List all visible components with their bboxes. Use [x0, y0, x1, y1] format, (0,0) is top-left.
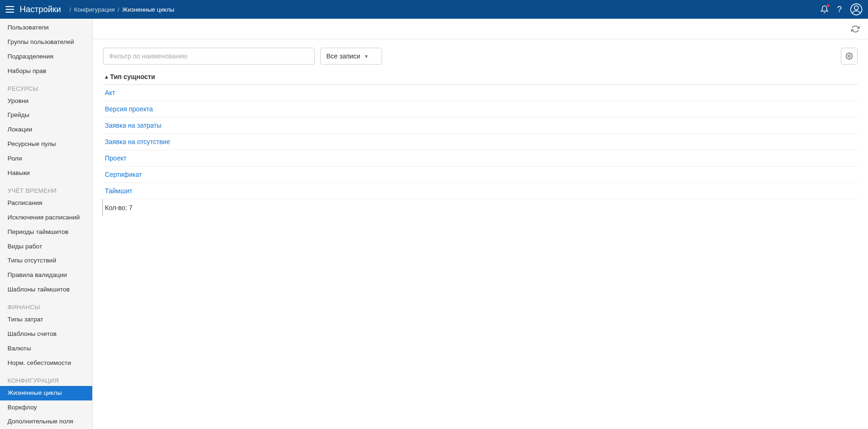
sidebar-item[interactable]: Наборы прав	[0, 64, 92, 79]
filter-input[interactable]	[103, 48, 315, 65]
app-header: Настройки / Конфигурация / Жизненные цик…	[0, 0, 868, 19]
svg-point-2	[848, 55, 850, 57]
chevron-down-icon: ▼	[364, 54, 368, 59]
table-row: Таймшит	[103, 183, 858, 199]
sidebar-item[interactable]: Периоды таймшитов	[0, 225, 92, 240]
column-header-label: Тип сущности	[110, 73, 155, 80]
sidebar-item[interactable]: Исключения расписаний	[0, 211, 92, 225]
notifications-icon[interactable]	[820, 5, 829, 14]
table-row: Заявка на затраты	[103, 117, 858, 134]
sidebar-item[interactable]: Пользователи	[0, 21, 92, 35]
table-footer: Кол-во: 7	[102, 199, 858, 216]
notification-dot	[827, 4, 830, 7]
sidebar-item[interactable]: Воркфлоу	[0, 400, 92, 415]
sidebar-group-title: ФИНАНСЫ	[0, 297, 92, 313]
sidebar-item[interactable]: Правила валидации	[0, 268, 92, 283]
table-settings-button[interactable]	[841, 48, 858, 65]
sidebar-item[interactable]: Ресурсные пулы	[0, 137, 92, 152]
entity-link[interactable]: Заявка на затраты	[105, 122, 162, 129]
sync-icon[interactable]	[851, 25, 860, 33]
sidebar-item[interactable]: Жизненные циклы	[0, 386, 92, 400]
records-filter-label: Все записи	[326, 52, 360, 60]
count-value: 7	[129, 204, 132, 211]
sort-asc-icon: ▲	[104, 74, 109, 80]
sidebar-item[interactable]: Локации	[0, 123, 92, 137]
breadcrumb-item-lifecycles[interactable]: Жизненные циклы	[122, 6, 175, 13]
page-title: Настройки	[20, 5, 61, 15]
sidebar-item[interactable]: Навыки	[0, 166, 92, 181]
entity-link[interactable]: Версия проекта	[105, 105, 153, 113]
svg-point-1	[854, 6, 859, 10]
menu-icon[interactable]	[6, 6, 14, 13]
entity-link[interactable]: Акт	[105, 89, 115, 96]
sidebar: ПользователиГруппы пользователейПодразде…	[0, 19, 93, 429]
sidebar-item[interactable]: Норм. себестоимости	[0, 356, 92, 371]
sidebar-item[interactable]: Уровни	[0, 94, 92, 109]
entity-link[interactable]: Таймшит	[105, 187, 132, 195]
entity-link[interactable]: Сертификат	[105, 171, 142, 178]
sidebar-item[interactable]: Типы отсутствий	[0, 254, 92, 268]
breadcrumb: / Конфигурация / Жизненные циклы	[66, 6, 174, 13]
sidebar-item[interactable]: Расписания	[0, 196, 92, 211]
entity-link[interactable]: Проект	[105, 154, 126, 162]
sidebar-item[interactable]: Подразделения	[0, 50, 92, 64]
user-avatar-icon[interactable]	[850, 3, 862, 15]
header-actions: ?	[820, 3, 862, 15]
sidebar-item[interactable]: Виды работ	[0, 240, 92, 254]
table-row: Заявка на отсутствие	[103, 134, 858, 150]
help-icon[interactable]: ?	[837, 5, 842, 15]
layout: ПользователиГруппы пользователейПодразде…	[0, 19, 868, 429]
breadcrumb-sep: /	[118, 6, 119, 13]
table-row: Версия проекта	[103, 101, 858, 117]
table-header[interactable]: ▲ Тип сущности	[103, 69, 858, 85]
sidebar-item[interactable]: Шаблоны счетов	[0, 327, 92, 342]
table-row: Проект	[103, 150, 858, 167]
sidebar-item[interactable]: Шаблоны таймшитов	[0, 283, 92, 297]
table-row: Сертификат	[103, 167, 858, 183]
entity-link[interactable]: Заявка на отсутствие	[105, 138, 170, 145]
sidebar-group-title: РЕСУРСЫ	[0, 79, 92, 94]
count-label: Кол-во:	[105, 204, 127, 211]
sidebar-item[interactable]: Группы пользователей	[0, 35, 92, 50]
sidebar-item[interactable]: Роли	[0, 152, 92, 166]
sidebar-item[interactable]: Дополнительные поля	[0, 414, 92, 429]
breadcrumb-sep: /	[69, 6, 71, 13]
table-row: Акт	[103, 85, 858, 101]
sidebar-group-title: КОНФИГУРАЦИЯ	[0, 371, 92, 386]
sidebar-item[interactable]: Грейды	[0, 108, 92, 123]
sidebar-item[interactable]: Валюты	[0, 342, 92, 356]
records-filter-select[interactable]: Все записи ▼	[320, 48, 382, 65]
main-content: Все записи ▼ ▲ Тип сущности АктВерсия пр…	[93, 19, 868, 429]
sidebar-group-title: УЧЁТ ВРЕМЕНИ	[0, 181, 92, 196]
table: ▲ Тип сущности АктВерсия проектаЗаявка н…	[103, 69, 858, 216]
sidebar-item[interactable]: Типы затрат	[0, 313, 92, 327]
main-top-bar	[93, 19, 868, 39]
toolbar: Все записи ▼	[93, 39, 868, 69]
breadcrumb-item-config[interactable]: Конфигурация	[74, 6, 115, 13]
